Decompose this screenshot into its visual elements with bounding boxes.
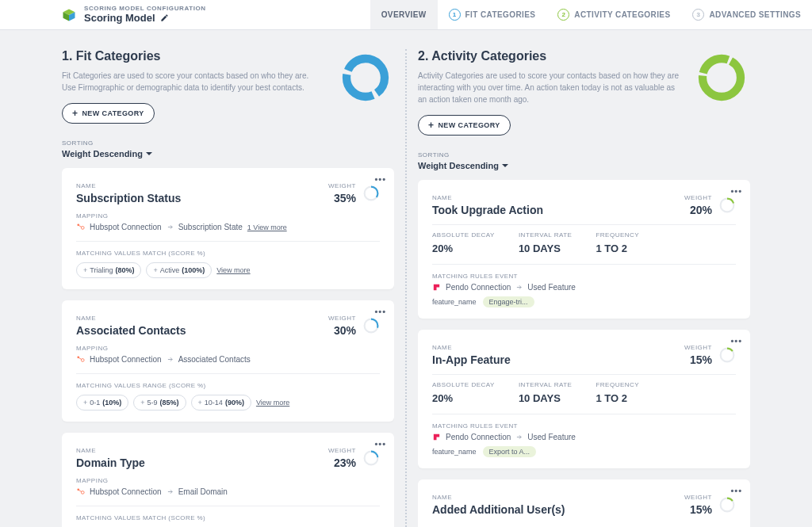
weight-donut-icon bbox=[718, 197, 736, 214]
arrow-right-icon bbox=[167, 223, 174, 231]
step-activity-categories[interactable]: 2 ACTIVITY CATEGORIES bbox=[546, 0, 681, 29]
activity-desc: Activity Categories are used to score yo… bbox=[418, 70, 680, 105]
card-weight: 20% bbox=[684, 204, 712, 216]
svg-point-3 bbox=[347, 59, 385, 97]
card-weight: 15% bbox=[684, 503, 712, 516]
card-name: Associated Contacts bbox=[76, 324, 186, 337]
svg-point-19 bbox=[703, 59, 741, 97]
step-number-icon: 3 bbox=[692, 9, 704, 21]
fit-column: 1. Fit Categories Fit Categories are use… bbox=[62, 49, 394, 527]
fit-sorting-dropdown[interactable]: Weight Descending bbox=[62, 149, 394, 158]
weight-donut-icon bbox=[362, 317, 380, 334]
hubspot-icon bbox=[76, 223, 85, 231]
step-advanced-settings[interactable]: 3 ADVANCED SETTINGS bbox=[681, 0, 812, 29]
mapping-row: Hubspot Connection Associated Contacts bbox=[76, 355, 380, 364]
topbar-titles: SCORING MODEL CONFIGURATION Scoring Mode… bbox=[84, 6, 206, 24]
fit-cards: ••• NAME Subscription Status WEIGHT 35% bbox=[62, 168, 394, 527]
rules-row: Pendo Connection Used Feature bbox=[432, 283, 736, 292]
page-title: Scoring Model bbox=[84, 13, 206, 24]
card-weight: 23% bbox=[328, 456, 356, 469]
view-more-link[interactable]: View more bbox=[256, 399, 289, 407]
card-name: Added Additional User(s) bbox=[432, 503, 565, 516]
activity-card: ••• NAME In-App Feature WEIGHT 15% bbox=[418, 330, 750, 468]
activity-title: 2. Activity Categories bbox=[418, 49, 680, 63]
activity-section-text: 2. Activity Categories Activity Categori… bbox=[418, 49, 693, 136]
match-chip[interactable]: + Active (100%) bbox=[146, 262, 212, 278]
hubspot-icon bbox=[76, 487, 85, 496]
feature-tag: Engage-tri... bbox=[483, 296, 534, 307]
activity-cards: ••• NAME Took Upgrade Action WEIGHT 20% bbox=[418, 180, 750, 527]
card-menu-button[interactable]: ••• bbox=[374, 439, 386, 449]
arrow-right-icon bbox=[167, 356, 174, 363]
weight-donut-icon bbox=[718, 496, 736, 514]
plus-icon: + bbox=[72, 109, 78, 118]
wizard-steps: OVERVIEW 1 FIT CATEGORIES 2 ACTIVITY CAT… bbox=[370, 0, 812, 29]
view-more-link[interactable]: 1 View more bbox=[247, 223, 287, 231]
fit-donut-icon bbox=[337, 49, 394, 106]
chevron-down-icon bbox=[502, 164, 508, 167]
fit-card: ••• NAME Domain Type WEIGHT 23% MAPPING bbox=[62, 433, 394, 527]
fit-desc: Fit Categories are used to score your co… bbox=[62, 70, 324, 94]
activity-card: ••• NAME Took Upgrade Action WEIGHT 20% bbox=[418, 180, 750, 319]
pencil-icon[interactable] bbox=[160, 13, 169, 22]
main-content: 1. Fit Categories Fit Categories are use… bbox=[0, 30, 812, 527]
step-overview[interactable]: OVERVIEW bbox=[370, 0, 438, 29]
card-name: In-App Feature bbox=[432, 353, 511, 366]
sorting-label: SORTING bbox=[62, 139, 394, 147]
weight-donut-icon bbox=[718, 346, 736, 364]
fit-card: ••• NAME Associated Contacts WEIGHT 30% bbox=[62, 300, 394, 422]
match-chip[interactable]: + Trialing (80%) bbox=[76, 262, 141, 278]
step-number-icon: 2 bbox=[557, 9, 569, 21]
fit-section-text: 1. Fit Categories Fit Categories are use… bbox=[62, 49, 337, 124]
sorting-label: SORTING bbox=[418, 151, 750, 158]
hubspot-icon bbox=[76, 355, 85, 364]
svg-line-13 bbox=[79, 358, 82, 360]
card-weight: 35% bbox=[328, 192, 356, 204]
card-name: Domain Type bbox=[76, 456, 145, 469]
card-menu-button[interactable]: ••• bbox=[374, 174, 386, 184]
pendo-icon bbox=[432, 283, 441, 292]
mapping-row: Hubspot Connection Email Domain bbox=[76, 487, 380, 496]
plus-icon: + bbox=[428, 120, 434, 130]
mapping-row: Hubspot Connection Subscription State 1 … bbox=[76, 223, 380, 231]
activity-card: ••• NAME Added Additional User(s) WEIGHT… bbox=[418, 479, 750, 527]
cube-icon bbox=[62, 8, 76, 22]
card-weight: 30% bbox=[328, 324, 356, 337]
step-fit-categories[interactable]: 1 FIT CATEGORIES bbox=[438, 0, 547, 29]
arrow-right-icon bbox=[515, 284, 523, 291]
weight-donut-icon bbox=[362, 185, 380, 202]
card-menu-button[interactable]: ••• bbox=[730, 336, 742, 346]
activity-new-category-button[interactable]: + NEW CATEGORY bbox=[418, 115, 511, 136]
card-weight: 15% bbox=[684, 353, 712, 366]
match-chip[interactable]: + 5-9 (85%) bbox=[133, 395, 186, 411]
weight-donut-icon bbox=[362, 449, 380, 467]
svg-line-18 bbox=[79, 491, 82, 492]
card-name: Subscription Status bbox=[76, 192, 181, 204]
view-more-link[interactable]: View more bbox=[216, 266, 250, 274]
match-chip[interactable]: + 10-14 (90%) bbox=[191, 395, 251, 411]
card-menu-button[interactable]: ••• bbox=[730, 186, 742, 196]
rules-row: Pendo Connection Used Feature bbox=[432, 433, 736, 441]
topbar-left: SCORING MODEL CONFIGURATION Scoring Mode… bbox=[0, 6, 206, 24]
pendo-icon bbox=[432, 433, 441, 441]
step-number-icon: 1 bbox=[449, 9, 461, 21]
fit-new-category-button[interactable]: + NEW CATEGORY bbox=[62, 103, 155, 124]
activity-column: 2. Activity Categories Activity Categori… bbox=[418, 49, 750, 527]
fit-title: 1. Fit Categories bbox=[62, 49, 324, 63]
fit-section-head: 1. Fit Categories Fit Categories are use… bbox=[62, 49, 394, 124]
arrow-right-icon bbox=[167, 488, 174, 495]
activity-donut-icon bbox=[693, 49, 750, 106]
activity-section-head: 2. Activity Categories Activity Categori… bbox=[418, 49, 750, 136]
column-divider bbox=[405, 49, 407, 527]
svg-line-8 bbox=[79, 226, 82, 227]
card-menu-button[interactable]: ••• bbox=[374, 307, 386, 316]
activity-sorting-dropdown[interactable]: Weight Descending bbox=[418, 161, 750, 170]
fit-card: ••• NAME Subscription Status WEIGHT 35% bbox=[62, 168, 394, 289]
match-chip[interactable]: + 0-1 (10%) bbox=[76, 395, 128, 411]
top-bar: SCORING MODEL CONFIGURATION Scoring Mode… bbox=[0, 0, 812, 30]
card-menu-button[interactable]: ••• bbox=[730, 486, 742, 495]
feature-tag: Export to A... bbox=[483, 446, 537, 457]
chevron-down-icon bbox=[146, 152, 152, 155]
card-name: Took Upgrade Action bbox=[432, 204, 543, 216]
arrow-right-icon bbox=[515, 433, 523, 441]
